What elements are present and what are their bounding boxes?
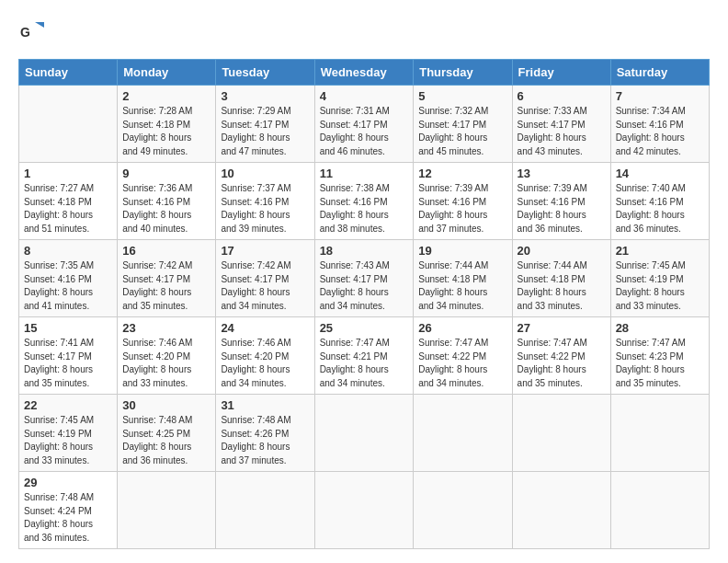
- day-number: 27: [518, 321, 606, 335]
- calendar-cell: 31Sunrise: 7:48 AM Sunset: 4:26 PM Dayli…: [216, 395, 314, 472]
- day-number: 1: [24, 167, 112, 180]
- day-number: 16: [122, 244, 210, 258]
- calendar-cell: [216, 472, 314, 549]
- calendar-cell: [314, 472, 414, 549]
- calendar-cell: 29Sunrise: 7:48 AM Sunset: 4:24 PM Dayli…: [19, 472, 118, 549]
- calendar-cell: 27Sunrise: 7:47 AM Sunset: 4:22 PM Dayli…: [512, 317, 610, 395]
- day-number: 30: [122, 398, 210, 412]
- calendar-cell: 28Sunrise: 7:47 AM Sunset: 4:23 PM Dayli…: [610, 317, 709, 395]
- day-info: Sunrise: 7:38 AM Sunset: 4:16 PM Dayligh…: [320, 182, 409, 236]
- calendar-cell: 4Sunrise: 7:31 AM Sunset: 4:17 PM Daylig…: [314, 86, 414, 163]
- day-number: 17: [221, 244, 309, 258]
- calendar-cell: 16Sunrise: 7:42 AM Sunset: 4:17 PM Dayli…: [118, 240, 216, 317]
- day-info: Sunrise: 7:36 AM Sunset: 4:16 PM Dayligh…: [122, 182, 210, 236]
- day-number: 22: [24, 398, 112, 412]
- day-number: 5: [418, 89, 506, 103]
- day-number: 7: [616, 89, 704, 103]
- calendar-cell: 9Sunrise: 7:36 AM Sunset: 4:16 PM Daylig…: [118, 163, 216, 240]
- logo: G: [18, 18, 48, 44]
- day-info: Sunrise: 7:45 AM Sunset: 4:19 PM Dayligh…: [616, 259, 704, 313]
- calendar-week-2: 1Sunrise: 7:27 AM Sunset: 4:18 PM Daylig…: [19, 163, 710, 240]
- calendar-cell: [512, 395, 610, 472]
- day-number: 13: [518, 167, 606, 180]
- calendar-cell: 30Sunrise: 7:48 AM Sunset: 4:25 PM Dayli…: [118, 395, 216, 472]
- day-info: Sunrise: 7:42 AM Sunset: 4:17 PM Dayligh…: [122, 259, 210, 313]
- day-number: 8: [24, 244, 112, 258]
- day-number: 2: [122, 89, 210, 103]
- calendar-table: SundayMondayTuesdayWednesdayThursdayFrid…: [18, 59, 710, 549]
- svg-marker-1: [35, 22, 44, 28]
- calendar-cell: [414, 395, 512, 472]
- day-number: 4: [320, 89, 409, 103]
- svg-text:G: G: [20, 25, 30, 40]
- day-header-monday: Monday: [118, 60, 216, 86]
- day-number: 14: [616, 167, 704, 180]
- calendar-cell: 21Sunrise: 7:45 AM Sunset: 4:19 PM Dayli…: [610, 240, 709, 317]
- day-number: 3: [221, 89, 309, 103]
- day-number: 19: [418, 244, 506, 258]
- calendar-cell: [118, 472, 216, 549]
- calendar-week-6: 29Sunrise: 7:48 AM Sunset: 4:24 PM Dayli…: [19, 472, 710, 549]
- day-header-wednesday: Wednesday: [314, 60, 414, 86]
- calendar-week-3: 8Sunrise: 7:35 AM Sunset: 4:16 PM Daylig…: [19, 240, 710, 317]
- day-header-saturday: Saturday: [610, 60, 709, 86]
- calendar-cell: 12Sunrise: 7:39 AM Sunset: 4:16 PM Dayli…: [414, 163, 512, 240]
- calendar-cell: 22Sunrise: 7:45 AM Sunset: 4:19 PM Dayli…: [19, 395, 118, 472]
- calendar-cell: 10Sunrise: 7:37 AM Sunset: 4:16 PM Dayli…: [216, 163, 314, 240]
- logo-icon: G: [18, 18, 44, 44]
- day-info: Sunrise: 7:44 AM Sunset: 4:18 PM Dayligh…: [518, 259, 606, 313]
- calendar-cell: 13Sunrise: 7:39 AM Sunset: 4:16 PM Dayli…: [512, 163, 610, 240]
- day-info: Sunrise: 7:48 AM Sunset: 4:26 PM Dayligh…: [221, 414, 309, 467]
- calendar-cell: 2Sunrise: 7:28 AM Sunset: 4:18 PM Daylig…: [118, 86, 216, 163]
- day-info: Sunrise: 7:48 AM Sunset: 4:25 PM Dayligh…: [122, 414, 210, 467]
- day-info: Sunrise: 7:41 AM Sunset: 4:17 PM Dayligh…: [24, 337, 112, 390]
- calendar-cell: [512, 472, 610, 549]
- calendar-cell: [610, 472, 709, 549]
- day-info: Sunrise: 7:32 AM Sunset: 4:17 PM Dayligh…: [418, 105, 506, 158]
- day-info: Sunrise: 7:47 AM Sunset: 4:22 PM Dayligh…: [418, 337, 506, 390]
- day-number: 31: [221, 398, 309, 412]
- calendar-cell: 24Sunrise: 7:46 AM Sunset: 4:20 PM Dayli…: [216, 317, 314, 395]
- day-info: Sunrise: 7:31 AM Sunset: 4:17 PM Dayligh…: [320, 105, 409, 158]
- calendar-cell: 18Sunrise: 7:43 AM Sunset: 4:17 PM Dayli…: [314, 240, 414, 317]
- day-number: 9: [122, 167, 210, 180]
- calendar-cell: 11Sunrise: 7:38 AM Sunset: 4:16 PM Dayli…: [314, 163, 414, 240]
- day-info: Sunrise: 7:47 AM Sunset: 4:21 PM Dayligh…: [320, 337, 409, 390]
- day-number: 12: [418, 167, 506, 180]
- calendar-cell: 20Sunrise: 7:44 AM Sunset: 4:18 PM Dayli…: [512, 240, 610, 317]
- calendar-cell: 23Sunrise: 7:46 AM Sunset: 4:20 PM Dayli…: [118, 317, 216, 395]
- day-number: 15: [24, 321, 112, 335]
- day-number: 24: [221, 321, 309, 335]
- day-info: Sunrise: 7:46 AM Sunset: 4:20 PM Dayligh…: [221, 337, 309, 390]
- calendar-cell: [19, 86, 118, 163]
- day-number: 25: [320, 321, 409, 335]
- day-info: Sunrise: 7:45 AM Sunset: 4:19 PM Dayligh…: [24, 414, 112, 467]
- day-info: Sunrise: 7:27 AM Sunset: 4:18 PM Dayligh…: [24, 182, 112, 236]
- calendar-cell: 8Sunrise: 7:35 AM Sunset: 4:16 PM Daylig…: [19, 240, 118, 317]
- calendar-cell: 14Sunrise: 7:40 AM Sunset: 4:16 PM Dayli…: [610, 163, 709, 240]
- day-info: Sunrise: 7:28 AM Sunset: 4:18 PM Dayligh…: [122, 105, 210, 158]
- day-info: Sunrise: 7:43 AM Sunset: 4:17 PM Dayligh…: [320, 259, 409, 313]
- day-number: 20: [518, 244, 606, 258]
- calendar-cell: 6Sunrise: 7:33 AM Sunset: 4:17 PM Daylig…: [512, 86, 610, 163]
- day-info: Sunrise: 7:37 AM Sunset: 4:16 PM Dayligh…: [221, 182, 309, 236]
- day-number: 18: [320, 244, 409, 258]
- day-header-thursday: Thursday: [414, 60, 512, 86]
- day-info: Sunrise: 7:33 AM Sunset: 4:17 PM Dayligh…: [518, 105, 606, 158]
- day-info: Sunrise: 7:46 AM Sunset: 4:20 PM Dayligh…: [122, 337, 210, 390]
- calendar-cell: 19Sunrise: 7:44 AM Sunset: 4:18 PM Dayli…: [414, 240, 512, 317]
- calendar-week-1: 2Sunrise: 7:28 AM Sunset: 4:18 PM Daylig…: [19, 86, 710, 163]
- calendar-cell: [314, 395, 414, 472]
- day-info: Sunrise: 7:35 AM Sunset: 4:16 PM Dayligh…: [24, 259, 112, 313]
- day-info: Sunrise: 7:44 AM Sunset: 4:18 PM Dayligh…: [418, 259, 506, 313]
- calendar-cell: 15Sunrise: 7:41 AM Sunset: 4:17 PM Dayli…: [19, 317, 118, 395]
- calendar-week-4: 15Sunrise: 7:41 AM Sunset: 4:17 PM Dayli…: [19, 317, 710, 395]
- calendar-header-row: SundayMondayTuesdayWednesdayThursdayFrid…: [19, 60, 710, 86]
- day-header-friday: Friday: [512, 60, 610, 86]
- day-number: 10: [221, 167, 309, 180]
- calendar-cell: 3Sunrise: 7:29 AM Sunset: 4:17 PM Daylig…: [216, 86, 314, 163]
- day-number: 6: [518, 89, 606, 103]
- day-header-tuesday: Tuesday: [216, 60, 314, 86]
- calendar-week-5: 22Sunrise: 7:45 AM Sunset: 4:19 PM Dayli…: [19, 395, 710, 472]
- day-number: 29: [24, 476, 112, 489]
